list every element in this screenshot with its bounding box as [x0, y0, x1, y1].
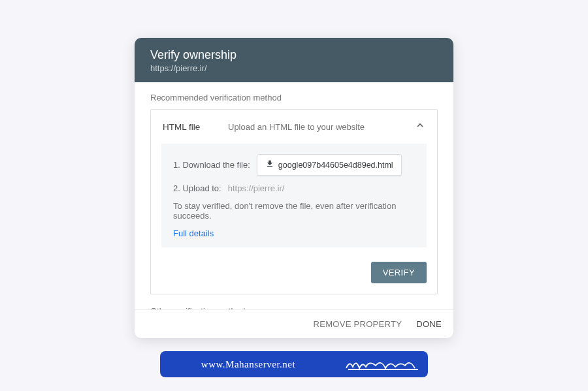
- verify-button[interactable]: VERIFY: [371, 262, 427, 283]
- dialog-subtitle: https://pierre.ir/: [150, 63, 438, 73]
- watermark-banner: www.Mahanserver.net: [160, 351, 428, 377]
- done-button[interactable]: DONE: [416, 319, 442, 329]
- full-details-link[interactable]: Full details: [173, 228, 214, 238]
- card-actions: VERIFY: [151, 258, 437, 294]
- method-title: HTML file: [163, 122, 219, 132]
- banner-logo: [336, 351, 428, 377]
- html-file-card: HTML file Upload an HTML file to your we…: [150, 109, 438, 294]
- chevron-up-icon: [415, 120, 425, 133]
- recommended-label: Recommended verification method: [150, 93, 438, 102]
- banner-url: www.Mahanserver.net: [160, 351, 336, 377]
- dialog-body[interactable]: Recommended verification method HTML fil…: [135, 82, 453, 309]
- verify-ownership-dialog: Verify ownership https://pierre.ir/ Reco…: [135, 38, 453, 338]
- download-file-button[interactable]: google097b44605e4d89ed.html: [257, 154, 402, 176]
- dialog-header: Verify ownership https://pierre.ir/: [135, 38, 453, 82]
- step2-label: 2. Upload to:: [173, 183, 221, 193]
- card-header[interactable]: HTML file Upload an HTML file to your we…: [151, 110, 437, 144]
- upload-url: https://pierre.ir/: [228, 183, 285, 193]
- other-methods-label: Other verification methods: [150, 306, 438, 309]
- verification-note: To stay verified, don't remove the file,…: [173, 201, 415, 221]
- step1-label: 1. Download the file:: [173, 160, 250, 170]
- download-icon: [265, 159, 274, 170]
- method-desc: Upload an HTML file to your website: [228, 122, 406, 132]
- dialog-title: Verify ownership: [150, 48, 438, 62]
- step-2: 2. Upload to: https://pierre.ir/: [173, 183, 415, 193]
- dialog-footer: REMOVE PROPERTY DONE: [135, 309, 453, 338]
- remove-property-button[interactable]: REMOVE PROPERTY: [314, 319, 402, 329]
- card-content: 1. Download the file: google097b44605e4d…: [161, 144, 427, 247]
- step-1: 1. Download the file: google097b44605e4d…: [173, 154, 415, 176]
- download-filename: google097b44605e4d89ed.html: [278, 161, 393, 170]
